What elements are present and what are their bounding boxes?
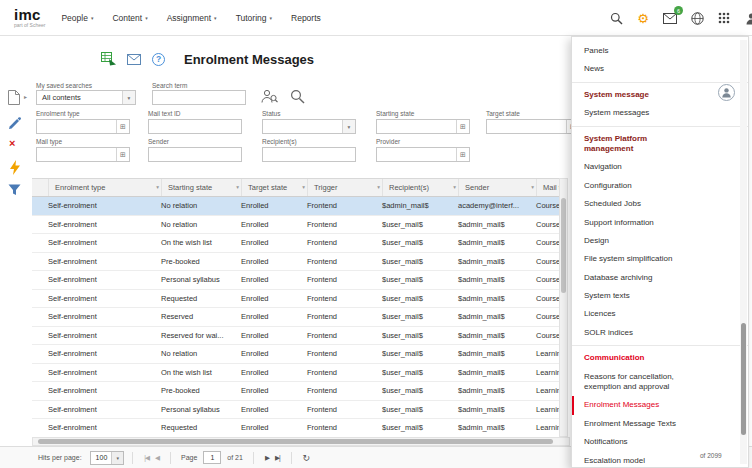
table-cell: Reserved <box>155 308 235 326</box>
table-row[interactable]: Self-enrolmentRequestedEnrolledFrontend$… <box>32 419 559 437</box>
table-row[interactable]: Self-enrolmentNo relationEnrolledFronten… <box>32 197 559 216</box>
filter-input-mail-text-id[interactable] <box>148 119 242 134</box>
admin-gear-icon[interactable]: ⚙ <box>636 11 650 25</box>
vertical-scroll-thumb[interactable] <box>561 198 566 293</box>
panel-scroll-thumb[interactable] <box>741 323 746 435</box>
selector-grid-icon[interactable]: ⊞ <box>456 148 469 161</box>
filter-caret-icon[interactable]: ▾ <box>377 179 380 196</box>
panel-item-scheduled-jobs[interactable]: Scheduled Jobs <box>572 195 688 213</box>
lightning-icon[interactable] <box>10 160 21 175</box>
panel-item-enrolment-messages[interactable]: Enrolment Messages <box>572 396 688 414</box>
table-row[interactable]: Self-enrolmentPersonal syllabusEnrolledF… <box>32 401 559 420</box>
filter-input-sender[interactable] <box>148 147 242 162</box>
filter-input-recipient-s[interactable] <box>262 147 356 162</box>
saved-searches-select[interactable]: All contents ▾ <box>36 90 136 105</box>
imc-logo[interactable]: imc part of Scheer <box>14 7 45 28</box>
table-row[interactable]: Self-enrolmentNo relationEnrolledFronten… <box>32 216 559 235</box>
panel-item-support-information[interactable]: Support information <box>572 214 688 232</box>
panel-scrollbar[interactable] <box>740 40 747 464</box>
filter-input-target-state[interactable]: ⊞ <box>486 119 580 134</box>
table-row[interactable]: Self-enrolmentReserved for wai...Enrolle… <box>32 327 559 346</box>
panel-item-system-messages[interactable]: System messages <box>572 104 688 122</box>
table-horizontal-scrollbar[interactable] <box>32 437 570 446</box>
nav-item-people[interactable]: People▾ <box>61 13 93 23</box>
filter-input-provider[interactable]: ⊞ <box>376 147 470 162</box>
panel-item-solr-indices[interactable]: SOLR indices <box>572 324 688 342</box>
table-row[interactable]: Self-enrolmentNo relationEnrolledFronten… <box>32 345 559 364</box>
nav-item-tutoring[interactable]: Tutoring▾ <box>236 13 272 23</box>
panel-item-notifications[interactable]: Notifications <box>572 433 688 451</box>
new-document-icon[interactable] <box>8 90 20 105</box>
column-header-recipient-s[interactable]: Recipient(s)▾ <box>383 179 459 196</box>
filter-caret-icon[interactable]: ▾ <box>453 179 456 196</box>
prev-page-button[interactable]: ◀ <box>155 454 159 462</box>
panel-item-system-texts[interactable]: System texts <box>572 287 688 305</box>
filter-caret-icon[interactable]: ▾ <box>302 179 305 196</box>
refresh-icon[interactable]: ↻ <box>303 453 311 463</box>
panel-item-enrolment-message-texts[interactable]: Enrolment Message Texts <box>572 415 688 433</box>
round-person-icon[interactable] <box>718 84 735 101</box>
person-search-icon[interactable] <box>261 89 278 108</box>
selector-grid-icon[interactable]: ⊞ <box>116 148 129 161</box>
column-header-sender[interactable]: Sender▾ <box>459 179 537 196</box>
filter-label: Mail type <box>36 138 130 145</box>
panel-item-escalation-model[interactable]: Escalation model <box>572 452 688 468</box>
first-page-button[interactable]: |◀ <box>144 454 149 462</box>
filter-caret-icon[interactable]: ▾ <box>236 179 239 196</box>
filter-input-mail-type[interactable]: ⊞ <box>36 147 130 162</box>
panel-item-file-system-simplification[interactable]: File system simplification <box>572 250 688 268</box>
column-header-trigger[interactable]: Trigger▾ <box>308 179 383 196</box>
hits-per-page-select[interactable]: 100 ▾ <box>90 451 125 465</box>
table-row[interactable]: Self-enrolmentOn the wish listEnrolledFr… <box>32 364 559 383</box>
edit-pencil-icon[interactable] <box>8 117 21 130</box>
search-icon[interactable] <box>609 11 623 25</box>
table-row[interactable]: Self-enrolmentPre-bookedEnrolledFrontend… <box>32 253 559 272</box>
column-header-starting-state[interactable]: Starting state▾ <box>162 179 242 196</box>
globe-icon[interactable] <box>690 11 704 25</box>
table-action-icon[interactable] <box>101 52 116 67</box>
page-number-input[interactable]: 1 <box>203 451 221 464</box>
table-row[interactable]: Self-enrolmentPersonal syllabusEnrolledF… <box>32 271 559 290</box>
table-row[interactable]: Self-enrolmentPre-bookedEnrolledFrontend… <box>32 382 559 401</box>
apps-grid-icon[interactable] <box>717 11 731 25</box>
nav-item-reports[interactable]: Reports <box>291 13 321 23</box>
mail-icon[interactable]: 6 <box>663 11 677 25</box>
next-page-button[interactable]: ▶ <box>265 454 269 462</box>
selector-grid-icon[interactable]: ⊞ <box>116 120 129 133</box>
user-avatar-icon[interactable] <box>744 11 752 25</box>
panel-item-reasons-for-cancellation-exemption-and-approval[interactable]: Reasons for cancellation, exemption and … <box>572 368 688 397</box>
column-header-enrolment-type[interactable]: Enrolment type▾ <box>49 179 162 196</box>
filter-caret-icon[interactable]: ▾ <box>156 179 159 196</box>
nav-item-content[interactable]: Content▾ <box>112 13 147 23</box>
table-vertical-scrollbar[interactable] <box>559 178 568 437</box>
filter-funnel-icon[interactable] <box>8 184 21 196</box>
column-header-mail-type[interactable]: Mail type▾ <box>537 179 559 196</box>
message-icon[interactable] <box>126 52 141 67</box>
last-page-button[interactable]: ▶| <box>275 454 280 462</box>
search-term-input[interactable] <box>152 90 246 105</box>
filter-caret-icon[interactable]: ▾ <box>531 179 534 196</box>
panel-item-design[interactable]: Design <box>572 232 688 250</box>
column-header-target-state[interactable]: Target state▾ <box>242 179 308 196</box>
filter-input-enrolment-type[interactable]: ⊞ <box>36 119 130 134</box>
table-row[interactable]: Self-enrolmentReservedEnrolledFrontend$u… <box>32 308 559 327</box>
toolbar-expand-icon[interactable]: ▸ <box>24 93 27 100</box>
magnifier-icon[interactable] <box>290 89 305 108</box>
delete-icon[interactable]: × <box>9 138 15 149</box>
nav-item-assignment[interactable]: Assignment▾ <box>167 13 217 23</box>
selector-grid-icon[interactable]: ⊞ <box>456 120 469 133</box>
help-icon[interactable]: ? <box>151 52 166 67</box>
panel-item-licences[interactable]: Licences <box>572 305 688 323</box>
filter-input-status[interactable]: ▾ <box>262 119 356 134</box>
panel-item-configuration[interactable]: Configuration <box>572 177 688 195</box>
column-selector-cell[interactable] <box>32 179 49 196</box>
table-row[interactable]: Self-enrolmentRequestedEnrolledFrontend$… <box>32 290 559 309</box>
panel-item-panels[interactable]: Panels <box>572 42 688 60</box>
filter-input-starting-state[interactable]: ⊞ <box>376 119 470 134</box>
panel-item-database-archiving[interactable]: Database archiving <box>572 269 688 287</box>
chevron-down-icon[interactable]: ▾ <box>342 120 355 133</box>
panel-item-news[interactable]: News <box>572 60 688 78</box>
horizontal-scroll-thumb[interactable] <box>38 439 553 444</box>
panel-item-navigation[interactable]: Navigation <box>572 158 688 176</box>
table-row[interactable]: Self-enrolmentOn the wish listEnrolledFr… <box>32 234 559 253</box>
